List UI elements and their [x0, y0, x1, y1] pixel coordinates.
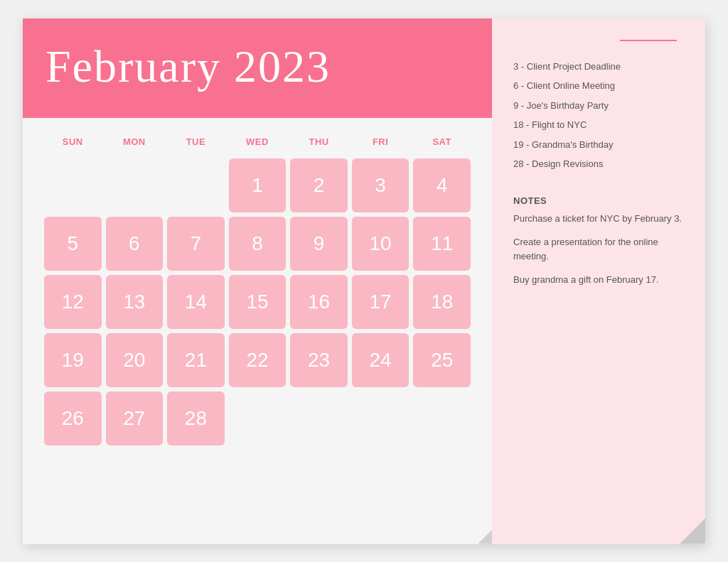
day-cell[interactable]: 8 — [229, 217, 287, 271]
day-header: FRI — [352, 132, 410, 151]
day-cell-empty — [229, 391, 287, 445]
day-cell[interactable]: 6 — [106, 217, 164, 271]
day-cell[interactable]: 25 — [413, 333, 471, 387]
day-cell[interactable]: 5 — [44, 217, 102, 271]
day-cell[interactable]: 27 — [106, 391, 164, 445]
calendar-area: SUNMONTUEWEDTHUFRISAT 123456789101112131… — [23, 118, 492, 544]
day-cell[interactable]: 19 — [44, 333, 102, 387]
day-cell[interactable]: 26 — [44, 391, 102, 445]
day-header: SUN — [44, 132, 102, 151]
day-cell[interactable]: 13 — [106, 275, 164, 329]
day-cell[interactable]: 28 — [167, 391, 225, 445]
event-item: 18 - Flight to NYC — [513, 115, 684, 135]
day-cell[interactable]: 9 — [290, 217, 348, 271]
day-cell[interactable]: 21 — [167, 333, 225, 387]
event-item: 9 - Joe's Birthday Party — [513, 96, 684, 116]
day-cell-empty — [167, 158, 225, 212]
day-cell[interactable]: 1 — [229, 158, 287, 212]
day-cell[interactable]: 16 — [290, 275, 348, 329]
day-cell[interactable]: 24 — [352, 333, 410, 387]
notes-label: NOTES — [513, 195, 684, 206]
note-item: Purchase a ticket for NYC by February 3. — [513, 212, 684, 226]
left-panel: February 2023 SUNMONTUEWEDTHUFRISAT 1234… — [23, 18, 492, 544]
day-cell-empty — [44, 158, 102, 212]
calendar-grid: 1234567891011121314151617181920212223242… — [44, 158, 471, 445]
day-cell[interactable]: 17 — [352, 275, 410, 329]
day-cell[interactable]: 18 — [413, 275, 471, 329]
day-cell[interactable]: 3 — [352, 158, 410, 212]
day-cell[interactable]: 2 — [290, 158, 348, 212]
day-cell[interactable]: 10 — [352, 217, 410, 271]
day-header: TUE — [167, 132, 225, 151]
day-header: SAT — [413, 132, 471, 151]
day-cell-empty — [352, 391, 410, 445]
event-item: 3 - Client Project Deadline — [513, 57, 684, 77]
day-cell[interactable]: 20 — [106, 333, 164, 387]
month-title: February 2023 — [46, 40, 331, 93]
day-header: THU — [290, 132, 348, 151]
right-panel: 3 - Client Project Deadline6 - Client On… — [492, 18, 705, 544]
day-header: MON — [106, 132, 164, 151]
day-cell-empty — [413, 391, 471, 445]
notes-section: NOTES Purchase a ticket for NYC by Febru… — [513, 195, 684, 297]
day-headers: SUNMONTUEWEDTHUFRISAT — [44, 132, 471, 151]
day-cell[interactable]: 23 — [290, 333, 348, 387]
divider-line — [620, 40, 677, 41]
day-cell[interactable]: 4 — [413, 158, 471, 212]
day-cell[interactable]: 14 — [167, 275, 225, 329]
day-cell[interactable]: 15 — [229, 275, 287, 329]
day-cell[interactable]: 11 — [413, 217, 471, 271]
note-item: Create a presentation for the online mee… — [513, 235, 684, 263]
calendar-page: February 2023 SUNMONTUEWEDTHUFRISAT 1234… — [23, 18, 705, 544]
event-item: 19 - Grandma's Birthday — [513, 135, 684, 155]
day-cell-empty — [290, 391, 348, 445]
day-header: WED — [229, 132, 287, 151]
day-cell-empty — [106, 158, 164, 212]
calendar-header: February 2023 — [23, 18, 492, 118]
event-item: 28 - Design Revisions — [513, 154, 684, 174]
event-item: 6 - Client Online Meeting — [513, 76, 684, 96]
day-cell[interactable]: 22 — [229, 333, 287, 387]
events-list: 3 - Client Project Deadline6 - Client On… — [513, 57, 684, 174]
day-cell[interactable]: 7 — [167, 217, 225, 271]
note-item: Buy grandma a gift on February 17. — [513, 273, 684, 287]
day-cell[interactable]: 12 — [44, 275, 102, 329]
